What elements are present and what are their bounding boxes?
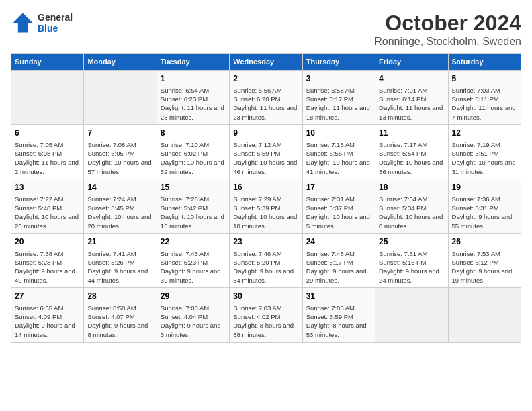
day-number: 25 bbox=[379, 236, 444, 248]
day-info: Sunrise: 6:54 AMSunset: 6:23 PMDaylight:… bbox=[161, 86, 226, 122]
day-cell: 31Sunrise: 7:05 AMSunset: 3:59 PMDayligh… bbox=[302, 287, 375, 342]
day-cell: 29Sunrise: 7:00 AMSunset: 4:04 PMDayligh… bbox=[157, 287, 229, 342]
day-number: 27 bbox=[15, 291, 80, 302]
logo-blue-text: Blue bbox=[38, 23, 73, 34]
day-info: Sunrise: 7:15 AMSunset: 5:56 PMDaylight:… bbox=[306, 140, 371, 176]
day-number: 7 bbox=[87, 128, 152, 139]
day-number: 9 bbox=[233, 128, 298, 139]
day-cell: 11Sunrise: 7:17 AMSunset: 5:54 PMDayligh… bbox=[375, 124, 448, 179]
calendar-subtitle: Ronninge, Stockholm, Sweden bbox=[374, 36, 521, 48]
day-cell: 25Sunrise: 7:51 AMSunset: 5:15 PMDayligh… bbox=[375, 233, 448, 287]
day-number: 17 bbox=[306, 182, 371, 193]
day-cell: 21Sunrise: 7:41 AMSunset: 5:26 PMDayligh… bbox=[84, 233, 157, 287]
week-row-1: 1Sunrise: 6:54 AMSunset: 6:23 PMDaylight… bbox=[11, 71, 521, 125]
day-cell: 24Sunrise: 7:48 AMSunset: 5:17 PMDayligh… bbox=[302, 233, 375, 287]
day-cell: 5Sunrise: 7:03 AMSunset: 6:11 PMDaylight… bbox=[448, 71, 521, 125]
day-number: 10 bbox=[306, 128, 371, 139]
day-number: 16 bbox=[233, 182, 298, 193]
day-info: Sunrise: 7:46 AMSunset: 5:20 PMDaylight:… bbox=[233, 249, 298, 285]
day-info: Sunrise: 6:58 AMSunset: 6:17 PMDaylight:… bbox=[306, 86, 371, 122]
week-row-5: 27Sunrise: 6:55 AMSunset: 4:09 PMDayligh… bbox=[11, 287, 521, 342]
weekday-header-tuesday: Tuesday bbox=[157, 54, 229, 71]
day-cell: 13Sunrise: 7:22 AMSunset: 5:48 PMDayligh… bbox=[11, 179, 84, 233]
day-info: Sunrise: 7:22 AMSunset: 5:48 PMDaylight:… bbox=[15, 195, 80, 230]
day-info: Sunrise: 7:26 AMSunset: 5:42 PMDaylight:… bbox=[161, 195, 226, 230]
day-info: Sunrise: 7:00 AMSunset: 4:04 PMDaylight:… bbox=[161, 304, 226, 339]
day-info: Sunrise: 7:24 AMSunset: 5:45 PMDaylight:… bbox=[87, 195, 152, 230]
day-cell: 23Sunrise: 7:46 AMSunset: 5:20 PMDayligh… bbox=[230, 233, 302, 287]
day-cell bbox=[84, 71, 157, 125]
day-cell: 28Sunrise: 6:58 AMSunset: 4:07 PMDayligh… bbox=[84, 287, 157, 342]
logo-text: General Blue bbox=[38, 12, 73, 34]
day-cell bbox=[375, 287, 448, 342]
day-number: 2 bbox=[233, 73, 298, 85]
page-header: General Blue October 2024 Ronninge, Stoc… bbox=[11, 11, 521, 48]
day-cell: 12Sunrise: 7:19 AMSunset: 5:51 PMDayligh… bbox=[448, 124, 521, 179]
day-info: Sunrise: 7:36 AMSunset: 5:31 PMDaylight:… bbox=[452, 195, 517, 230]
day-number: 29 bbox=[161, 291, 226, 302]
day-info: Sunrise: 7:05 AMSunset: 3:59 PMDaylight:… bbox=[306, 304, 371, 339]
week-row-2: 6Sunrise: 7:05 AMSunset: 6:08 PMDaylight… bbox=[11, 124, 521, 179]
weekday-header-friday: Friday bbox=[375, 54, 448, 71]
day-info: Sunrise: 6:55 AMSunset: 4:09 PMDaylight:… bbox=[15, 304, 80, 339]
day-number: 11 bbox=[379, 128, 444, 139]
day-info: Sunrise: 7:01 AMSunset: 6:14 PMDaylight:… bbox=[379, 86, 444, 122]
day-number: 20 bbox=[15, 236, 80, 248]
day-info: Sunrise: 7:03 AMSunset: 4:02 PMDaylight:… bbox=[233, 304, 298, 339]
weekday-header-thursday: Thursday bbox=[302, 54, 375, 71]
day-info: Sunrise: 6:58 AMSunset: 4:07 PMDaylight:… bbox=[87, 304, 152, 339]
day-number: 23 bbox=[233, 236, 298, 248]
day-info: Sunrise: 7:19 AMSunset: 5:51 PMDaylight:… bbox=[452, 140, 517, 176]
day-number: 13 bbox=[15, 182, 80, 193]
day-cell: 6Sunrise: 7:05 AMSunset: 6:08 PMDaylight… bbox=[11, 124, 84, 179]
weekday-header-monday: Monday bbox=[84, 54, 157, 71]
day-number: 19 bbox=[452, 182, 517, 193]
day-info: Sunrise: 7:41 AMSunset: 5:26 PMDaylight:… bbox=[87, 249, 152, 285]
weekday-header-saturday: Saturday bbox=[448, 54, 521, 71]
day-number: 12 bbox=[452, 128, 517, 139]
day-cell: 19Sunrise: 7:36 AMSunset: 5:31 PMDayligh… bbox=[448, 179, 521, 233]
day-info: Sunrise: 7:48 AMSunset: 5:17 PMDaylight:… bbox=[306, 249, 371, 285]
weekday-header-wednesday: Wednesday bbox=[230, 54, 302, 71]
day-info: Sunrise: 7:03 AMSunset: 6:11 PMDaylight:… bbox=[452, 86, 517, 122]
day-number: 4 bbox=[379, 73, 444, 85]
day-info: Sunrise: 7:08 AMSunset: 6:05 PMDaylight:… bbox=[87, 140, 152, 176]
calendar-title: October 2024 bbox=[374, 11, 521, 36]
day-number: 15 bbox=[161, 182, 226, 193]
weekday-header-row: SundayMondayTuesdayWednesdayThursdayFrid… bbox=[11, 54, 521, 71]
day-cell: 27Sunrise: 6:55 AMSunset: 4:09 PMDayligh… bbox=[11, 287, 84, 342]
day-cell: 18Sunrise: 7:34 AMSunset: 5:34 PMDayligh… bbox=[375, 179, 448, 233]
day-info: Sunrise: 7:12 AMSunset: 5:59 PMDaylight:… bbox=[233, 140, 298, 176]
day-cell: 4Sunrise: 7:01 AMSunset: 6:14 PMDaylight… bbox=[375, 71, 448, 125]
day-number: 28 bbox=[87, 291, 152, 302]
calendar-table: SundayMondayTuesdayWednesdayThursdayFrid… bbox=[11, 53, 521, 342]
logo-general-text: General bbox=[38, 12, 73, 23]
day-info: Sunrise: 7:34 AMSunset: 5:34 PMDaylight:… bbox=[379, 195, 444, 230]
day-cell: 9Sunrise: 7:12 AMSunset: 5:59 PMDaylight… bbox=[230, 124, 302, 179]
day-cell: 10Sunrise: 7:15 AMSunset: 5:56 PMDayligh… bbox=[302, 124, 375, 179]
week-row-4: 20Sunrise: 7:38 AMSunset: 5:28 PMDayligh… bbox=[11, 233, 521, 287]
day-number: 24 bbox=[306, 236, 371, 248]
day-cell: 1Sunrise: 6:54 AMSunset: 6:23 PMDaylight… bbox=[157, 71, 229, 125]
day-cell: 16Sunrise: 7:29 AMSunset: 5:39 PMDayligh… bbox=[230, 179, 302, 233]
day-number: 26 bbox=[452, 236, 517, 248]
day-cell: 30Sunrise: 7:03 AMSunset: 4:02 PMDayligh… bbox=[230, 287, 302, 342]
day-info: Sunrise: 7:38 AMSunset: 5:28 PMDaylight:… bbox=[15, 249, 80, 285]
day-number: 5 bbox=[452, 73, 517, 85]
day-info: Sunrise: 6:56 AMSunset: 6:20 PMDaylight:… bbox=[233, 86, 298, 122]
day-cell: 22Sunrise: 7:43 AMSunset: 5:23 PMDayligh… bbox=[157, 233, 229, 287]
day-cell: 2Sunrise: 6:56 AMSunset: 6:20 PMDaylight… bbox=[230, 71, 302, 125]
day-number: 6 bbox=[15, 128, 80, 139]
day-number: 31 bbox=[306, 291, 371, 302]
day-cell: 8Sunrise: 7:10 AMSunset: 6:02 PMDaylight… bbox=[157, 124, 229, 179]
day-info: Sunrise: 7:29 AMSunset: 5:39 PMDaylight:… bbox=[233, 195, 298, 230]
day-info: Sunrise: 7:17 AMSunset: 5:54 PMDaylight:… bbox=[379, 140, 444, 176]
day-info: Sunrise: 7:10 AMSunset: 6:02 PMDaylight:… bbox=[161, 140, 226, 176]
day-number: 22 bbox=[161, 236, 226, 248]
day-cell: 15Sunrise: 7:26 AMSunset: 5:42 PMDayligh… bbox=[157, 179, 229, 233]
svg-marker-0 bbox=[13, 13, 33, 33]
day-number: 8 bbox=[161, 128, 226, 139]
day-cell: 17Sunrise: 7:31 AMSunset: 5:37 PMDayligh… bbox=[302, 179, 375, 233]
day-cell: 20Sunrise: 7:38 AMSunset: 5:28 PMDayligh… bbox=[11, 233, 84, 287]
day-cell: 14Sunrise: 7:24 AMSunset: 5:45 PMDayligh… bbox=[84, 179, 157, 233]
